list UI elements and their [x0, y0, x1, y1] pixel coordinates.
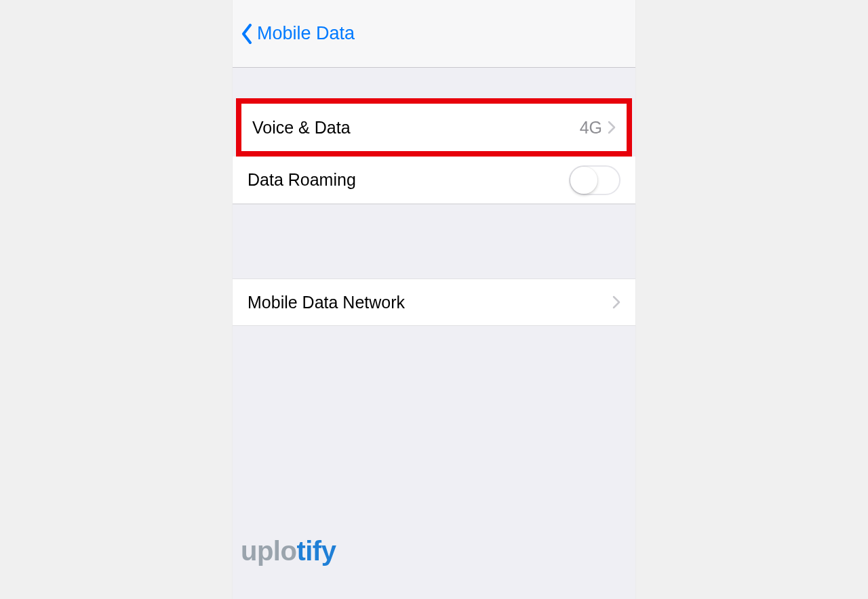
chevron-right-icon: [612, 295, 620, 309]
data-roaming-toggle[interactable]: [569, 165, 620, 195]
network-label: Mobile Data Network: [248, 293, 612, 312]
toggle-knob: [570, 167, 597, 194]
voice-data-label: Voice & Data: [252, 118, 580, 138]
section-spacer: [233, 204, 635, 278]
voice-data-row[interactable]: Voice & Data 4G: [241, 104, 627, 151]
highlight-box: Voice & Data 4G: [236, 98, 632, 157]
chevron-right-icon: [608, 121, 616, 134]
watermark: uplotify: [241, 536, 336, 566]
chevron-left-icon: [241, 24, 253, 44]
back-button[interactable]: Mobile Data: [241, 23, 355, 44]
watermark-part2: tify: [296, 536, 336, 566]
back-label: Mobile Data: [257, 23, 355, 44]
mobile-data-network-row[interactable]: Mobile Data Network: [233, 278, 635, 326]
settings-screen: Mobile Data Voice & Data 4G Data Roaming…: [233, 0, 635, 599]
voice-data-value: 4G: [580, 118, 602, 138]
watermark-part1: uplo: [241, 536, 296, 566]
data-roaming-label: Data Roaming: [248, 170, 569, 190]
data-roaming-row: Data Roaming: [233, 157, 635, 204]
section-spacer: [233, 68, 635, 98]
nav-header: Mobile Data: [233, 0, 635, 68]
